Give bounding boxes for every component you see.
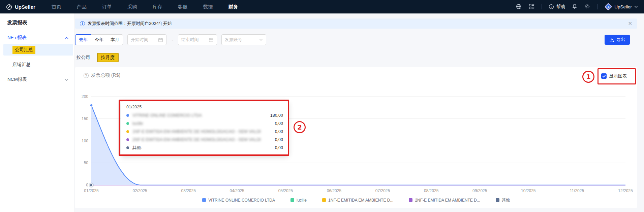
quick-range-1[interactable]: 今年 xyxy=(91,34,107,45)
legend-swatch-icon xyxy=(322,198,326,202)
start-date-input[interactable]: 开始时间 xyxy=(127,34,166,45)
series-dot-icon xyxy=(126,130,129,133)
sidebar-sections: NF-e报表 公司汇总店铺汇总 NCM报表 xyxy=(0,35,74,82)
legend-label: 其他 xyxy=(502,197,510,203)
svg-text:05/2025: 05/2025 xyxy=(278,188,293,193)
help-icon: ? xyxy=(549,4,554,9)
svg-text:02/2025: 02/2025 xyxy=(132,188,147,193)
chart-tooltip: 01/2025 VITRINE ONLINE COMERCIO LTDA 180… xyxy=(121,101,288,156)
nav-item-1[interactable]: 产品 xyxy=(77,4,87,10)
svg-text:?: ? xyxy=(551,5,552,8)
tooltip-row-label: 2NF-E EMITIDA EM AMBIENTE DE HOMOLOGACAO… xyxy=(132,137,260,142)
sidebar-section-header-1[interactable]: NCM报表 xyxy=(7,76,68,82)
legend-swatch-icon xyxy=(202,198,206,202)
navbar-right: ? 帮助 S UpSeller xyxy=(516,3,638,10)
group-tab-0[interactable]: 按公司 xyxy=(75,53,92,62)
nav-item-2[interactable]: 订单 xyxy=(102,4,112,10)
apps-grid-icon[interactable] xyxy=(529,4,535,10)
series-dot-icon xyxy=(126,114,129,117)
legend-swatch-icon xyxy=(290,198,294,202)
date-range-info-banner: i 发票报表时间范围：开票时间自2024年开始 ✕ xyxy=(75,19,637,29)
svg-text:09/2025: 09/2025 xyxy=(472,188,487,193)
svg-text:200: 200 xyxy=(82,94,88,99)
sidebar-section-header-0[interactable]: NF-e报表 xyxy=(7,35,68,41)
sidebar-section-0: NF-e报表 公司汇总店铺汇总 xyxy=(0,35,74,70)
tooltip-row-label: 1NF-E EMITIDA EM AMBIENTE DE HOMOLOGACAO… xyxy=(132,129,260,134)
question-circle-icon[interactable]: ? xyxy=(84,73,89,78)
show-chart-label: 显示图表 xyxy=(609,73,627,79)
nav-item-3[interactable]: 采购 xyxy=(127,4,137,10)
brand-name: UpSeller xyxy=(15,4,35,10)
sidebar-title: 发票报表 xyxy=(7,20,74,26)
tooltip-title: 01/2025 xyxy=(126,105,283,109)
main-content: i 发票报表时间范围：开票时间自2024年开始 ✕ 去年今年本月 开始时间 ~ … xyxy=(75,13,644,212)
sidebar-item-0-0[interactable]: 公司汇总 xyxy=(3,44,73,56)
chevron-down-icon xyxy=(259,38,263,41)
legend-item-1[interactable]: lucille xyxy=(290,197,307,203)
nav-item-5[interactable]: 客服 xyxy=(178,4,188,10)
card-title: 发票总额 (R$) xyxy=(91,72,120,78)
start-date-placeholder: 开始时间 xyxy=(131,37,158,43)
nav-item-4[interactable]: 库存 xyxy=(153,4,162,10)
invoice-report-page: UpSeller 首页产品订单采购库存客服数据财务 ? 帮助 S xyxy=(0,0,644,212)
tooltip-row-value: 0,00 xyxy=(275,145,283,150)
tooltip-row-0: VITRINE ONLINE COMERCIO LTDA 180,00 xyxy=(126,111,283,119)
quick-range-group: 去年今年本月 xyxy=(75,34,123,45)
nav-item-6[interactable]: 数据 xyxy=(203,4,213,10)
account-menu[interactable]: S UpSeller xyxy=(605,3,638,10)
settings-gear-icon[interactable] xyxy=(585,4,591,10)
show-chart-checkbox[interactable]: 显示图表 xyxy=(601,73,627,79)
svg-text:08/2025: 08/2025 xyxy=(424,188,439,193)
chevron-down-icon xyxy=(634,5,638,8)
tooltip-row-3: 2NF-E EMITIDA EM AMBIENTE DE HOMOLOGACAO… xyxy=(126,136,283,144)
group-tab-1[interactable]: 按月度 xyxy=(97,53,119,62)
quick-range-0[interactable]: 去年 xyxy=(75,34,91,45)
legend-item-3[interactable]: 2NF-E EMITIDA EM AMBIENTE D... xyxy=(409,197,480,203)
svg-text:04/2025: 04/2025 xyxy=(230,188,245,193)
legend-swatch-icon xyxy=(409,198,412,202)
legend-item-0[interactable]: VITRINE ONLINE COMERCIO LTDA xyxy=(202,197,275,203)
svg-text:100: 100 xyxy=(82,139,88,143)
svg-text:06/2025: 06/2025 xyxy=(327,188,342,193)
checkbox-checked-icon xyxy=(601,73,607,79)
svg-text:12/2025: 12/2025 xyxy=(618,188,633,193)
legend-item-2[interactable]: 1NF-E EMITIDA EM AMBIENTE D... xyxy=(322,197,393,203)
account-name: UpSeller xyxy=(614,4,632,9)
download-icon xyxy=(609,37,614,42)
series-dot-icon xyxy=(126,122,129,125)
calendar-icon xyxy=(209,37,214,42)
banner-close-icon[interactable]: ✕ xyxy=(628,21,632,27)
quick-range-2[interactable]: 本月 xyxy=(107,34,123,45)
svg-text:150: 150 xyxy=(82,116,88,121)
legend-item-4[interactable]: 其他 xyxy=(496,197,510,203)
top-navbar: UpSeller 首页产品订单采购库存客服数据财务 ? 帮助 S xyxy=(0,0,644,13)
chevron-up-icon xyxy=(65,35,68,40)
nav-item-7[interactable]: 财务 xyxy=(228,4,238,10)
svg-text:01/2025: 01/2025 xyxy=(84,188,99,193)
help-menu[interactable]: ? 帮助 xyxy=(549,4,565,10)
sidebar-section-1: NCM报表 xyxy=(0,76,74,82)
legend-swatch-icon xyxy=(496,198,499,202)
end-date-input[interactable]: 结束时间 xyxy=(178,34,217,45)
svg-text:50: 50 xyxy=(84,161,89,165)
export-button[interactable]: 导出 xyxy=(605,35,630,45)
tooltip-row-value: 0,00 xyxy=(275,137,283,142)
tooltip-row-label: 其他: xyxy=(132,145,142,151)
sidebar-item-label: 店铺汇总 xyxy=(12,62,31,68)
calendar-icon xyxy=(158,37,163,42)
svg-text:11/2025: 11/2025 xyxy=(570,188,584,193)
invoice-account-select[interactable]: 发票账号 xyxy=(221,34,266,45)
sidebar-item-0-1[interactable]: 店铺汇总 xyxy=(3,59,73,70)
language-globe-icon[interactable] xyxy=(516,4,522,10)
notifications-bell-icon[interactable] xyxy=(572,4,578,10)
sidebar: 发票报表 NF-e报表 公司汇总店铺汇总 NCM报表 xyxy=(0,13,75,212)
card-header: ? 发票总额 (R$) xyxy=(75,67,637,78)
brand-logo[interactable]: UpSeller xyxy=(6,4,35,10)
nav-divider xyxy=(597,4,598,9)
nav-item-0[interactable]: 首页 xyxy=(52,4,61,10)
export-label: 导出 xyxy=(616,37,625,43)
legend-label: lucille xyxy=(297,198,307,203)
legend-label: 1NF-E EMITIDA EM AMBIENTE D... xyxy=(328,198,393,203)
tooltip-row-label: lucille xyxy=(132,121,143,126)
tooltip-row-value: 0,00 xyxy=(275,121,283,126)
